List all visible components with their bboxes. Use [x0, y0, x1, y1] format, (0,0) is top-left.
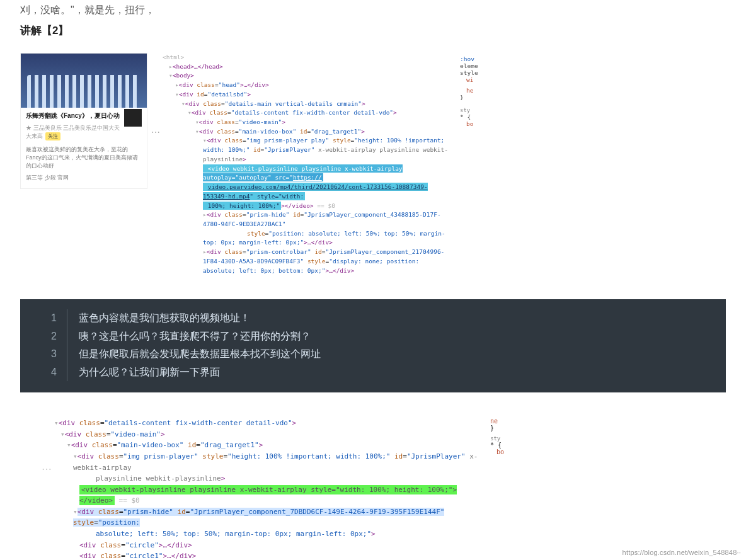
- video-desc: 最喜欢被这美鲜的的复美在大杀，至花的Fancy的这口气来，火气满满的夏日美高倾请…: [26, 146, 142, 170]
- watermark-url: https://blog.csdn.net/weixin_548848··: [623, 549, 741, 556]
- screenshot-row: 乐舞秀翻跳《Fancy》，夏日心动 ★ 三品美良乐 三品美良乐是中国大天大来高关…: [20, 53, 726, 275]
- truncated-line: 刈，没啥。"，就是先，扭行，: [20, 4, 726, 17]
- video-link: 第三等 少段 官网: [26, 174, 142, 182]
- ellipsis-icon: ⋯: [151, 127, 160, 137]
- section-heading: 讲解【2】: [20, 23, 726, 38]
- devtools-snapshot-1: ⋯ <html> ▸<head>…</head> ▾<body> ▸<div c…: [159, 53, 449, 275]
- qr-code-icon: [124, 109, 142, 127]
- video-thumb: [21, 54, 147, 108]
- video-page-card: 乐舞秀翻跳《Fancy》，夏日心动 ★ 三品美良乐 三品美良乐是中国大天大来高关…: [20, 53, 147, 189]
- devtools-snapshot-2: ⋯ ne } sty * { bo ▾<div class="details-c…: [50, 418, 485, 560]
- explanation-block-1: 1蓝色内容就是我们想获取的视频地址！ 2咦？这是什么吗？我直接爬不得了？还用你的…: [20, 299, 726, 392]
- styles-pane-2: ne } sty * { bo: [490, 418, 528, 455]
- ellipsis-icon: ⋯: [42, 463, 52, 475]
- highlighted-video-tag: <video webkit-playsinline playsinline x-…: [203, 164, 403, 182]
- styles-pane-1: :hov eleme style wi he } sty * { bo: [460, 53, 495, 127]
